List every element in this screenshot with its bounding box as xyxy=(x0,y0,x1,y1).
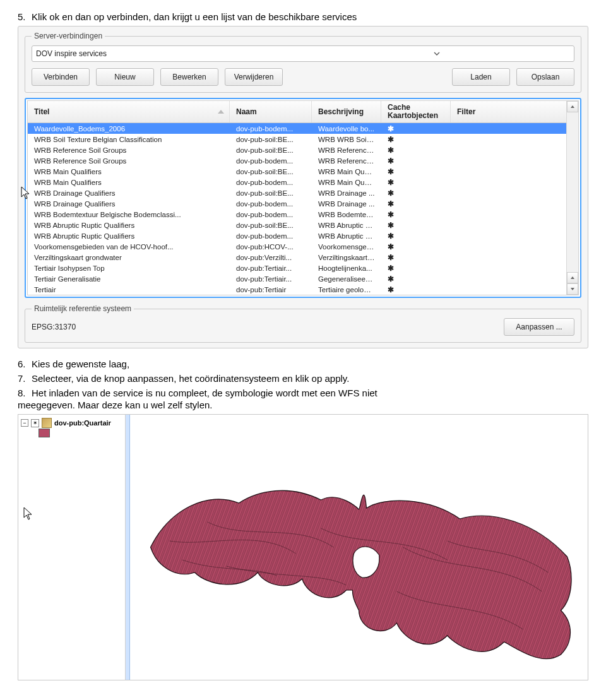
table-row[interactable]: WRB Main Qualifiersdov-pub-soil:BE...WRB… xyxy=(28,166,566,177)
scrollbar-vertical[interactable] xyxy=(566,101,578,295)
cell-naam: dov-pub-bodem... xyxy=(230,211,312,218)
col-naam[interactable]: Naam xyxy=(230,101,312,122)
crs-group: Ruimtelijk referentie systeem EPSG:31370… xyxy=(25,304,581,343)
cell-cache: ✱ xyxy=(381,178,451,187)
scroll-track[interactable] xyxy=(567,112,578,272)
cell-beschrijving: Gegeneraliseerd... xyxy=(312,275,381,283)
table-row[interactable]: WRB Abruptic Ruptic Qualifiersdov-pub-bo… xyxy=(28,230,566,241)
cell-beschrijving: WRB Reference ... xyxy=(312,157,381,165)
cell-beschrijving: WRB Abruptic R... xyxy=(312,232,381,240)
cell-titel: Verziltingskaart grondwater xyxy=(28,254,230,261)
col-filter[interactable]: Filter xyxy=(451,101,566,122)
cell-naam: dov-pub:Verzilti... xyxy=(230,254,312,261)
cell-beschrijving: WRB Drainage ... xyxy=(312,200,381,208)
cell-naam: dov-pub:Tertiair... xyxy=(230,275,312,283)
table-row[interactable]: WRB Bodemtextuur Belgische Bodemclassi..… xyxy=(28,209,566,220)
scroll-up-icon-2[interactable] xyxy=(567,272,578,283)
layer-type-icon xyxy=(42,418,52,428)
connection-combo[interactable]: DOV inspire services xyxy=(32,45,574,62)
layer-checkbox[interactable]: ✶ xyxy=(31,419,39,427)
col-beschrijving[interactable]: Beschrijving xyxy=(312,101,381,122)
cell-beschrijving: WRB Main Qual... xyxy=(312,179,381,186)
layer-item[interactable]: − ✶ dov-pub:Quartair xyxy=(21,417,122,429)
table-row[interactable]: Tertiair Isohypsen Topdov-pub:Tertiair..… xyxy=(28,263,566,273)
layers-panel: − ✶ dov-pub:Quartair xyxy=(18,415,126,680)
map-window: − ✶ dov-pub:Quartair xyxy=(18,414,588,680)
cell-naam: dov-pub-bodem... xyxy=(230,125,312,133)
cell-cache: ✱ xyxy=(381,135,451,144)
cell-naam: dov-pub:Tertiair... xyxy=(230,264,312,272)
cell-naam: dov-pub:HCOV-... xyxy=(230,243,312,251)
panel-splitter[interactable] xyxy=(126,415,130,680)
step-6-text: Kies de gewenste laag, xyxy=(32,359,129,369)
table-row[interactable]: WRB Drainage Qualifiersdov-pub-bodem...W… xyxy=(28,198,566,209)
cell-beschrijving: WRB WRB Soil T... xyxy=(312,136,381,143)
cell-naam: dov-pub:Tertiair xyxy=(230,286,312,294)
step-8a-text: Het inladen van de service is nu complee… xyxy=(32,388,377,398)
table-row[interactable]: WRB Reference Soil Groupsdov-pub-bodem..… xyxy=(28,155,566,166)
server-connections-dialog: Server-verbindingen DOV inspire services… xyxy=(18,26,588,348)
new-button[interactable]: Nieuw xyxy=(96,68,154,86)
scroll-up-icon[interactable] xyxy=(567,101,578,112)
cell-beschrijving: Waardevolle bo... xyxy=(312,125,381,133)
cell-beschrijving: WRB Main Qual... xyxy=(312,168,381,175)
layer-name: dov-pub:Quartair xyxy=(54,419,111,427)
cell-titel: Tertiair Isohypsen Top xyxy=(28,264,230,272)
cell-titel: WRB Reference Soil Groups xyxy=(28,157,230,165)
cell-cache: ✱ xyxy=(381,189,451,198)
cell-titel: Tertiair xyxy=(28,286,230,294)
cell-naam: dov-pub-bodem... xyxy=(230,179,312,186)
collapse-icon[interactable]: − xyxy=(21,419,28,427)
step-5: 5.Klik ok en dan op verbinden, dan krijg… xyxy=(18,11,588,22)
cell-beschrijving: Voorkomensgeb... xyxy=(312,243,381,251)
table-row[interactable]: Verziltingskaart grondwaterdov-pub:Verzi… xyxy=(28,252,566,263)
cell-titel: Waardevolle_Bodems_2006 xyxy=(28,125,230,133)
cell-titel: WRB Reference Soil Groups xyxy=(28,146,230,154)
delete-button[interactable]: Verwijderen xyxy=(225,68,283,86)
step-7-text: Selecteer, via de knop aanpassen, het co… xyxy=(32,373,349,384)
map-canvas[interactable] xyxy=(130,415,588,680)
cell-naam: dov-pub-soil:BE... xyxy=(230,136,312,143)
table-row[interactable]: WRB Main Qualifiersdov-pub-bodem...WRB M… xyxy=(28,177,566,187)
cell-beschrijving: Verziltingskaart ... xyxy=(312,254,381,261)
edit-button[interactable]: Bewerken xyxy=(160,68,218,86)
crs-change-button[interactable]: Aanpassen ... xyxy=(504,318,574,336)
col-cache[interactable]: Cache Kaartobjecten xyxy=(381,101,451,122)
connect-button[interactable]: Verbinden xyxy=(32,68,90,86)
cell-beschrijving: WRB Abruptic R... xyxy=(312,222,381,229)
map-region xyxy=(151,490,572,659)
layer-list-rows: Waardevolle_Bodems_2006dov-pub-bodem...W… xyxy=(28,123,566,295)
table-row[interactable]: WRB Soil Texture Belgian Classificationd… xyxy=(28,134,566,145)
table-row[interactable]: Waardevolle_Bodems_2006dov-pub-bodem...W… xyxy=(28,123,566,134)
cell-titel: WRB Abruptic Ruptic Qualifiers xyxy=(28,232,230,240)
col-titel[interactable]: Titel xyxy=(28,101,230,122)
cell-cache: ✱ xyxy=(381,199,451,208)
cell-cache: ✱ xyxy=(381,275,451,283)
layer-list: Titel Naam Beschrijving Cache Kaartobjec… xyxy=(25,98,581,298)
table-row[interactable]: Tertiair Generalisatiedov-pub:Tertiair..… xyxy=(28,273,566,284)
cell-titel: WRB Drainage Qualifiers xyxy=(28,200,230,208)
cell-naam: dov-pub-bodem... xyxy=(230,157,312,165)
cell-naam: dov-pub-soil:BE... xyxy=(230,146,312,154)
save-button[interactable]: Opslaan xyxy=(516,68,574,86)
layer-swatch xyxy=(39,429,50,437)
cell-cache: ✱ xyxy=(381,146,451,155)
cell-cache: ✱ xyxy=(381,167,451,176)
cell-cache: ✱ xyxy=(381,210,451,219)
step-8-line1: 8.Het inladen van de service is nu compl… xyxy=(18,388,588,398)
load-button[interactable]: Laden xyxy=(452,68,510,86)
cell-naam: dov-pub-soil:BE... xyxy=(230,168,312,175)
scroll-down-icon[interactable] xyxy=(567,283,578,295)
cell-titel: Voorkomensgebieden van de HCOV-hoof... xyxy=(28,243,230,251)
table-row[interactable]: WRB Abruptic Ruptic Qualifiersdov-pub-so… xyxy=(28,220,566,230)
table-row[interactable]: Tertiairdov-pub:TertiairTertiaire geolog… xyxy=(28,284,566,295)
cell-cache: ✱ xyxy=(381,221,451,230)
table-row[interactable]: WRB Reference Soil Groupsdov-pub-soil:BE… xyxy=(28,145,566,155)
cell-titel: WRB Soil Texture Belgian Classification xyxy=(28,136,230,143)
cell-cache: ✱ xyxy=(381,124,451,133)
step-8b-text: meegegeven. Maar deze kan u wel zelf sty… xyxy=(18,400,213,410)
table-row[interactable]: WRB Drainage Qualifiersdov-pub-soil:BE..… xyxy=(28,187,566,198)
cell-beschrijving: WRB Bodemtext... xyxy=(312,211,381,218)
cell-cache: ✱ xyxy=(381,232,451,240)
table-row[interactable]: Voorkomensgebieden van de HCOV-hoof...do… xyxy=(28,241,566,252)
